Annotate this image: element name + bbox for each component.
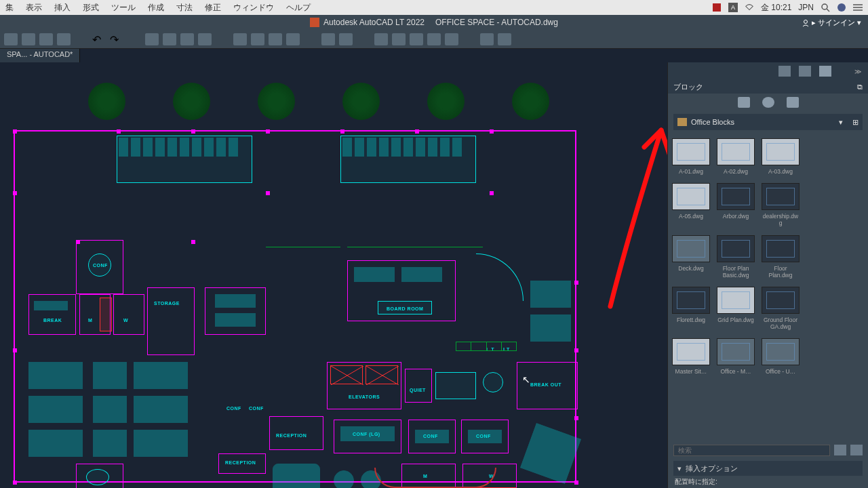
- block-item[interactable]: dealership.dwg: [762, 183, 800, 226]
- menu-dimension[interactable]: 寸法: [176, 2, 193, 14]
- panel-expand-icon[interactable]: ≫: [854, 68, 861, 75]
- block-label: Arbor.dwg: [717, 213, 755, 220]
- block-label: Office - M…: [717, 368, 755, 375]
- block-thumbnail[interactable]: [717, 287, 755, 314]
- svg-point-0: [822, 4, 827, 9]
- panel-title: ブロック: [673, 82, 703, 92]
- record-icon: [712, 3, 722, 12]
- pan-icon[interactable]: [339, 33, 353, 45]
- layer-icon[interactable]: [374, 33, 388, 45]
- block-item[interactable]: Office - M…: [717, 338, 755, 375]
- block-item[interactable]: A-01.dwg: [672, 138, 710, 175]
- block-item[interactable]: A-02.dwg: [717, 138, 755, 175]
- block-item[interactable]: Office - U…: [762, 338, 800, 375]
- block-thumbnail[interactable]: [672, 235, 710, 262]
- layer-iso-icon[interactable]: [410, 33, 423, 45]
- block-thumbnail[interactable]: [672, 183, 710, 210]
- blocks-panel: ≫ ブロック ⧉ Office Blocks ▾ ⊞ A-01.dwgA-02.…: [667, 62, 868, 488]
- menu-view[interactable]: 表示: [26, 2, 42, 14]
- block-item[interactable]: Floor Plan.dwg: [762, 235, 800, 279]
- view-library-icon[interactable]: [787, 97, 799, 108]
- search-icon[interactable]: [821, 3, 830, 12]
- search-row: [673, 442, 863, 458]
- menu-insert[interactable]: 挿入: [54, 2, 71, 14]
- plot-icon[interactable]: [198, 33, 212, 45]
- match-icon[interactable]: [286, 33, 300, 45]
- panel-tab-blocks-icon[interactable]: [819, 66, 831, 77]
- block-thumbnail[interactable]: [762, 183, 800, 210]
- view-recent-icon[interactable]: [762, 97, 774, 108]
- svg-line-1: [827, 9, 829, 12]
- redo-icon[interactable]: ↷: [110, 33, 123, 45]
- saveas-icon[interactable]: [57, 33, 71, 45]
- menu-draw[interactable]: 作成: [148, 2, 164, 14]
- block-item[interactable]: Master Sit…: [672, 338, 710, 375]
- list-view-icon[interactable]: [850, 445, 863, 455]
- siri-icon[interactable]: [837, 3, 846, 12]
- block-edit-icon[interactable]: [498, 33, 511, 45]
- panel-tab-properties-icon[interactable]: [799, 66, 811, 77]
- block-thumbnail[interactable]: [672, 138, 710, 165]
- clock[interactable]: 金 10:21: [761, 2, 791, 14]
- block-thumbnail[interactable]: [672, 287, 710, 314]
- layer-states-icon[interactable]: [392, 33, 406, 45]
- undo-icon[interactable]: ↶: [92, 33, 106, 45]
- block-thumbnail[interactable]: [717, 338, 755, 365]
- publish-icon[interactable]: [180, 33, 194, 45]
- view-current-icon[interactable]: [738, 97, 750, 108]
- new-icon[interactable]: [4, 33, 18, 45]
- block-thumbnail[interactable]: [762, 338, 800, 365]
- insert-options-toggle[interactable]: ▾挿入オプション: [673, 461, 863, 476]
- block-thumbnail[interactable]: [672, 338, 710, 365]
- panel-tab-layers-icon[interactable]: [778, 66, 791, 77]
- paste-icon[interactable]: [269, 33, 282, 45]
- folder-selector[interactable]: Office Blocks ▾ ⊞: [673, 114, 863, 130]
- block-item[interactable]: A-05.dwg: [672, 183, 710, 226]
- menu-modify[interactable]: 修正: [205, 2, 221, 14]
- folder-browse-icon[interactable]: ⊞: [852, 118, 859, 127]
- block-thumbnail[interactable]: [717, 235, 755, 262]
- search-input[interactable]: [673, 445, 830, 456]
- layer-freeze-icon[interactable]: [427, 33, 441, 45]
- wifi-icon[interactable]: [745, 3, 754, 12]
- tree-icon: [427, 83, 465, 120]
- block-item[interactable]: Grid Plan.dwg: [717, 287, 755, 330]
- menu-window[interactable]: ウィンドウ: [233, 2, 274, 14]
- block-item[interactable]: A-03.dwg: [762, 138, 800, 175]
- block-thumbnail[interactable]: [717, 183, 755, 210]
- block-thumbnail[interactable]: [762, 138, 800, 165]
- block-item[interactable]: Floor Plan Basic.dwg: [717, 235, 755, 279]
- drawing-canvas[interactable]: CONF STORAGE BREAK M W: [0, 62, 667, 488]
- menu-edit[interactable]: 集: [5, 2, 14, 14]
- autocad-icon: [310, 18, 319, 27]
- zoom-window-icon[interactable]: [321, 33, 335, 45]
- block-thumbnail[interactable]: [762, 287, 800, 314]
- block-item[interactable]: Ground Floor GA.dwg: [762, 287, 800, 330]
- block-icon[interactable]: [480, 33, 494, 45]
- cut-icon[interactable]: [233, 33, 247, 45]
- block-label: Grid Plan.dwg: [717, 317, 755, 323]
- menu-tools[interactable]: ツール: [111, 2, 136, 14]
- layer-off-icon[interactable]: [445, 33, 458, 45]
- block-item[interactable]: Florett.dwg: [672, 287, 710, 330]
- panel-undock-icon[interactable]: ⧉: [857, 83, 863, 92]
- block-label: Master Sit…: [672, 368, 710, 375]
- open-icon[interactable]: [22, 33, 35, 45]
- control-center-icon[interactable]: [853, 3, 863, 12]
- print-icon[interactable]: [145, 33, 159, 45]
- doc-tab[interactable]: SPA... - AUTOCAD*: [0, 49, 80, 62]
- block-item[interactable]: Arbor.dwg: [717, 183, 755, 226]
- insert-options-icon[interactable]: [834, 445, 846, 455]
- menu-help[interactable]: ヘルプ: [286, 2, 311, 14]
- input-mode-icon[interactable]: A: [728, 3, 738, 12]
- save-icon[interactable]: [39, 33, 53, 45]
- block-thumbnail[interactable]: [717, 138, 755, 165]
- sign-in-button[interactable]: ▸ サインイン ▾: [802, 18, 861, 28]
- block-item[interactable]: Deck.dwg: [672, 235, 710, 279]
- app-name: Autodesk AutoCAD LT 2022: [323, 18, 425, 27]
- language-indicator[interactable]: JPN: [798, 3, 814, 12]
- block-thumbnail[interactable]: [762, 235, 800, 262]
- print-preview-icon[interactable]: [163, 33, 176, 45]
- copy-icon[interactable]: [251, 33, 264, 45]
- menu-format[interactable]: 形式: [83, 2, 99, 14]
